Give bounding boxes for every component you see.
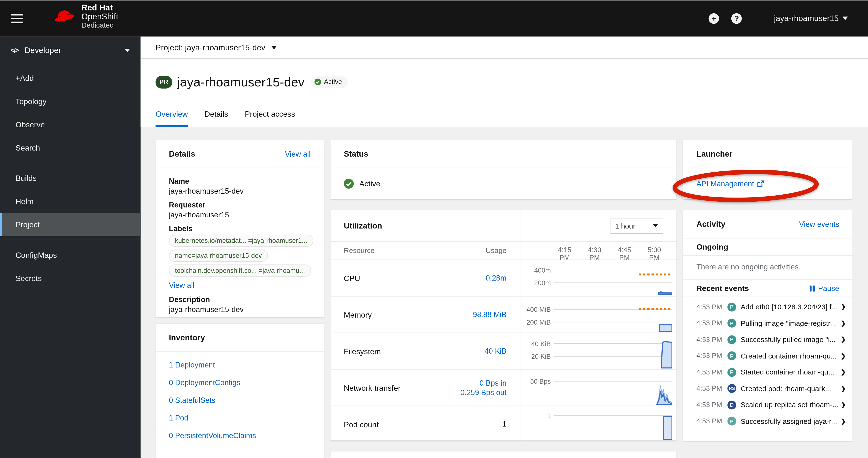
status-card-title: Status — [344, 150, 368, 158]
api-management-link[interactable]: API Management — [696, 179, 764, 188]
utilization-row-pod-count: Pod count11 — [331, 406, 677, 442]
chevron-right-icon[interactable]: ❯ — [841, 352, 846, 359]
sparkline-chart: 1 — [520, 406, 676, 442]
resource-kind-badge: RS — [727, 384, 736, 393]
view-events-link[interactable]: View events — [799, 220, 839, 228]
hamburger-menu-icon[interactable] — [11, 14, 23, 23]
column-header-usage: Usage — [331, 246, 507, 254]
duration-select[interactable]: 1 hour — [610, 218, 663, 234]
sidebar-item-topology[interactable]: Topology — [0, 90, 141, 113]
event-row[interactable]: 4:53 PMPPulling image "image-registr...❯ — [683, 315, 852, 331]
usage-value[interactable]: 0.28m — [486, 273, 507, 283]
tab-overview[interactable]: Overview — [155, 103, 188, 127]
time-axis: 4:15 PM4:30 PM4:45 PM5:00 PM — [524, 242, 672, 260]
chevron-right-icon[interactable]: ❯ — [841, 320, 846, 327]
field-value-name: jaya-rhoamuser15-dev — [169, 187, 310, 195]
perspective-switcher[interactable]: </> Developer — [0, 37, 141, 64]
launcher-card-body: API Management — [683, 168, 852, 199]
sidebar-item-secrets[interactable]: Secrets — [0, 267, 141, 290]
user-menu[interactable]: jaya-rhoamuser15 — [774, 14, 848, 23]
pause-button[interactable]: Pause — [810, 284, 839, 292]
column-separator — [520, 211, 520, 442]
inventory-card-title: Inventory — [169, 333, 205, 342]
event-row[interactable]: 4:53 PMPCreated container rhoam-qu...❯ — [683, 348, 852, 364]
tab-details[interactable]: Details — [205, 103, 228, 127]
sidebar-item-search[interactable]: Search — [0, 136, 141, 159]
status-badge-label: Active — [324, 78, 342, 86]
chevron-right-icon[interactable]: ❯ — [841, 336, 846, 343]
utilization-row-filesystem: Filesystem40 KiB40 KiB20 KiB — [331, 333, 677, 370]
event-row[interactable]: 4:53 PMRSCreated pod: rhoam-quark...❯ — [683, 380, 852, 396]
chevron-down-icon — [843, 17, 848, 20]
chevron-right-icon[interactable]: ❯ — [841, 303, 846, 310]
inventory-link-1-pod[interactable]: 1 Pod — [169, 414, 310, 422]
perspective-label: Developer — [25, 46, 124, 55]
label-chip: name=jaya-rhoamuser15-dev — [169, 250, 268, 262]
inventory-link-0-statefulsets[interactable]: 0 StatefulSets — [169, 396, 310, 404]
resource-label: Pod count — [344, 420, 378, 429]
launcher-card-header: Launcher — [683, 140, 852, 168]
usage-value[interactable]: 40 KiB — [485, 347, 507, 356]
resource-kind-badge: P — [727, 417, 736, 426]
project-selector[interactable]: Project: jaya-rhoamuser15-dev — [155, 43, 277, 52]
event-row[interactable]: 4:53 PMPStarted container rhoam-qu...❯ — [683, 364, 852, 380]
event-time: 4:53 PM — [696, 417, 725, 425]
inventory-link-0-deploymentconfigs[interactable]: 0 DeploymentConfigs — [169, 379, 310, 387]
utilization-card-header: Utilization 1 hour — [331, 210, 677, 242]
tab-project-access[interactable]: Project access — [245, 103, 295, 127]
event-row[interactable]: 4:53 PMPSuccessfully assigned jaya-r...❯ — [683, 413, 852, 429]
field-value-requester: jaya-rhoamuser15 — [169, 211, 310, 219]
chevron-right-icon[interactable]: ❯ — [841, 401, 846, 408]
svg-text:400 MiB: 400 MiB — [527, 306, 551, 313]
brand-logo: Red Hat OpenShift Dedicated — [52, 3, 118, 29]
sidebar-item-helm[interactable]: Helm — [0, 190, 141, 213]
brand-text: Red Hat OpenShift Dedicated — [82, 3, 118, 29]
sidebar-item-configmaps[interactable]: ConfigMaps — [0, 243, 141, 267]
help-question-circle-icon[interactable]: ? — [732, 13, 742, 24]
activity-card-title: Activity — [696, 220, 725, 229]
masthead: Red Hat OpenShift Dedicated + ? jaya-rho… — [0, 0, 868, 37]
sidebar-item-observe[interactable]: Observe — [0, 113, 141, 136]
usage-value[interactable]: 0.259 Bps out — [460, 388, 506, 397]
project-selector-label: Project: jaya-rhoamuser15-dev — [155, 43, 265, 52]
resource-kind-badge: P — [727, 335, 736, 344]
status-badge: Active — [311, 76, 347, 88]
utilization-card: Utilization 1 hour Resource Usage 4:15 P… — [331, 210, 677, 440]
sidebar-item-label: Search — [16, 143, 40, 152]
usage-value[interactable]: 0 Bps in — [460, 378, 506, 388]
activity-card-header: Activity View events — [683, 210, 852, 239]
details-view-all-link[interactable]: View all — [285, 150, 311, 158]
sidebar-item-label: Helm — [16, 197, 34, 206]
event-row[interactable]: 4:53 PMDScaled up replica set rhoam-...❯ — [683, 397, 852, 413]
usage-value[interactable]: 98.88 MiB — [473, 310, 506, 319]
inventory-link-0-persistentvolumeclaims[interactable]: 0 PersistentVolumeClaims — [169, 432, 310, 440]
resource-kind-badge: P — [727, 352, 736, 360]
sidebar-item-label: Project — [16, 220, 40, 229]
sidebar-item-add[interactable]: +Add — [0, 66, 141, 90]
sidebar-item-builds[interactable]: Builds — [0, 167, 141, 190]
inventory-link-1-deployment[interactable]: 1 Deployment — [169, 361, 310, 369]
sidebar-item-label: Builds — [16, 174, 37, 183]
add-plus-circle-icon[interactable]: + — [709, 13, 719, 24]
time-axis-tick — [624, 257, 625, 260]
sidebar-item-project[interactable]: Project — [0, 213, 141, 236]
chevron-right-icon[interactable]: ❯ — [841, 418, 846, 425]
labels-view-all-link[interactable]: View all — [169, 281, 194, 289]
chevron-right-icon[interactable]: ❯ — [841, 385, 846, 392]
utilization-card-title: Utilization — [344, 221, 382, 230]
redhat-fedora-icon — [52, 6, 75, 22]
event-row[interactable]: 4:53 PMPSuccessfully pulled image "i...❯ — [683, 331, 852, 348]
event-row[interactable]: 4:53 PMPAdd eth0 [10.128.3.204/23] f...❯ — [683, 299, 852, 315]
api-management-link-label: API Management — [696, 179, 754, 188]
inventory-links: 1 Deployment0 DeploymentConfigs0 Statefu… — [155, 352, 324, 458]
code-icon: </> — [10, 46, 19, 54]
utilization-table-header: Resource Usage 4:15 PM4:30 PM4:45 PM5:00… — [331, 242, 677, 260]
utilization-row-cpu: CPU0.28m400m200m — [331, 260, 677, 297]
activity-card: Activity View events Ongoing There are n… — [683, 210, 852, 441]
openshift-console: Red Hat OpenShift Dedicated + ? jaya-rho… — [0, 0, 868, 458]
sidebar-item-label: Secrets — [16, 274, 42, 283]
inventory-card: Inventory 1 Deployment0 DeploymentConfig… — [155, 324, 324, 458]
chevron-right-icon[interactable]: ❯ — [841, 369, 846, 376]
recent-events-label: Recent events — [696, 284, 749, 293]
field-label-name: Name — [169, 177, 310, 185]
